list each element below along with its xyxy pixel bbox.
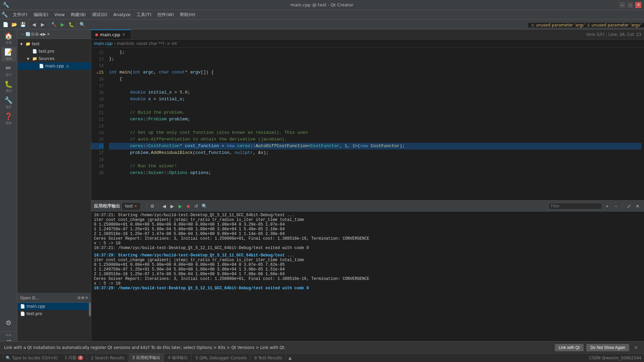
menu-controls[interactable]: 控件(W) [155,11,176,19]
breadcrumb: main.cpp › main(int, const char **) -> i… [91,40,644,48]
menu-file[interactable]: 文件(F) [10,11,30,19]
tab-close-button[interactable]: ✕ [122,33,125,37]
ln-14: 14 [91,62,104,69]
open-button[interactable]: 📂 [10,20,18,28]
output-remove-button[interactable]: − [612,202,620,210]
split-icon[interactable]: ⊟ [77,296,80,300]
notification-bar: Link with a Qt installation to automatic… [0,341,644,353]
root-label: test [32,42,40,46]
tab-compile[interactable]: 4 编译输出 [165,354,192,362]
tab-search-results[interactable]: 2 Search Results [88,354,128,362]
output-run-button[interactable]: ▶ [176,202,184,210]
back-button[interactable]: ◀ [30,20,38,28]
output-stop-button[interactable]: ■ [184,202,192,210]
code-line-20 [109,103,641,109]
menu-debug[interactable]: 调试(D) [89,11,110,19]
notification-text: Link with a Qt installation to automatic… [4,345,552,350]
tab-issues[interactable]: 1 问题 3 [61,354,87,362]
tab-app-output[interactable]: 3 应用程序输出 [129,354,164,362]
notification-close-button[interactable]: ✕ [632,344,640,351]
output-restart-button[interactable]: ↺ [193,202,200,210]
ln-12: 12 [91,49,104,56]
tree-item-test-pro[interactable]: 📄 test.pro [17,48,91,55]
open-docs-scrollbar[interactable] [89,303,91,317]
nav-back-icon[interactable]: ◀ [39,32,42,37]
output-close-output[interactable]: ✕ [634,202,641,210]
activity-project[interactable]: 🔧 项目 [1,95,16,110]
open-doc-main-cpp[interactable]: 📄 main.cpp [17,303,89,310]
output-prev-button[interactable]: ◀ [160,202,168,210]
editor-label: 编辑 [6,57,12,61]
menubar: 🔧 文件(F) 编辑(E) View 构建(B) 调试(D) Analyze 工… [0,10,644,19]
output-next-button[interactable]: ▶ [168,202,176,210]
output-line-11: 0 1.250000e+01 0.00e+00 5.00e+00 0.00e+0… [94,262,641,267]
output-filter-input[interactable] [548,203,602,209]
close-button[interactable]: ✕ [635,2,641,8]
menu-analyze[interactable]: Analyze [111,11,133,18]
output-add-button[interactable]: + [603,202,611,210]
locator-button[interactable]: 🔍 [78,20,86,28]
type-to-locate-input[interactable]: Type to locate (Ctrl+K) [12,356,58,360]
editor-area: main.cpp ✕ Unix (LF) | Line: 26, Col: 23… [91,29,644,353]
output-filter-button[interactable]: 🔍 [201,202,208,210]
tab-main-cpp[interactable]: main.cpp ✕ [91,29,131,39]
expand-icon[interactable]: ⊞ [35,32,39,37]
test-pro-label: test.pro [39,49,54,54]
toolbar-separator-1 [28,21,29,27]
code-content[interactable]: }; }; int main(int argc, char const* arg… [106,48,644,200]
activity-help[interactable]: ❓ 帮助 [1,111,16,126]
menu-edit[interactable]: 编辑(E) [31,11,51,19]
activity-debug[interactable]: 🐛 调试 [1,79,16,94]
file-explorer-header: ⋯ 🔄 ⊟ ⊞ ◀ ▶ ✕ [17,29,91,39]
tree-item-sources[interactable]: ▼ 📁 Sources [17,55,91,62]
menu-build[interactable]: 构建(B) [68,11,89,19]
settings-icon: ⚙️ [6,319,12,327]
menu-help[interactable]: 帮助(H) [177,11,198,19]
output-settings-button[interactable]: ⚙ [149,202,156,210]
save-button[interactable]: 💾 [19,20,27,28]
menu-view[interactable]: View [52,11,67,18]
activity-design[interactable]: ✏️ 设计 [1,63,16,78]
close-docs-icon[interactable]: ✕ [85,296,88,300]
minimize-button[interactable]: ─ [619,2,625,8]
sources-folder-icon: 📁 [32,56,37,61]
function-breadcrumb: main(int, const char **) -> int [117,41,177,46]
link-with-qt-button[interactable]: Link with Qt [555,344,584,351]
test-results-label: 8 Test Results [255,356,282,360]
activity-settings[interactable]: ⚙️ [1,315,16,330]
header-controls: ⊟ ⊞ ✕ [77,296,88,300]
ln-21: 21 [91,109,104,116]
new-file-button[interactable]: 📄 [1,20,9,28]
tree-root[interactable]: ▼ 📁 test [17,40,91,48]
tab-test-close[interactable]: ✕ [134,204,137,208]
menu-tools[interactable]: 工具(T) [134,11,154,19]
build-button[interactable]: 🔨 [50,20,58,28]
tab-qml-debug[interactable]: 5 QML Debugger Console [192,354,251,362]
open-doc-test-pro[interactable]: 📄 test.pro [17,310,89,317]
close-panel-icon[interactable]: ✕ [47,32,50,37]
activity-editor[interactable]: 📝 编辑 [1,47,16,62]
ln-13: 13 [91,56,104,62]
tab-test-results[interactable]: 8 Test Results [251,354,286,362]
more-tabs-icon[interactable]: ▲ [286,355,294,360]
app-output-label: 3 应用程序输出 [132,355,160,361]
forward-button[interactable]: ▶ [39,20,47,28]
output-expand-button[interactable]: ⤢ [625,202,633,210]
debug-run-button[interactable]: 🐛 [67,20,75,28]
output-tab-test[interactable]: test ✕ [121,202,141,210]
do-not-show-again-button[interactable]: Do Not Show Again [586,344,629,351]
output-line-1: 16:37:21: Starting /home/zyc/build-test-… [94,213,641,218]
sync-icon[interactable]: 🔄 [25,32,31,37]
nav-forward-icon[interactable]: ▶ [43,32,46,37]
maximize-button[interactable]: □ [627,2,633,8]
collapse-icon[interactable]: ⊟ [31,32,35,37]
debug-section-label: test [6,333,11,337]
code-line-28 [109,156,641,163]
output-content[interactable]: 16:37:21: Starting /home/zyc/build-test-… [91,212,644,353]
output-controls: ⚙ ◀ ▶ ▶ ■ ↺ 🔍 [145,202,208,210]
code-editor[interactable]: 12 13 14 ⚠15 16 17 18 19 20 21 22 23 24 … [91,48,644,200]
activity-welcome[interactable]: 🏠 欢迎 [1,31,16,46]
run-button[interactable]: ▶ [58,20,66,28]
grid-icon[interactable]: ⊞ [82,296,85,300]
tree-item-main-cpp[interactable]: 📄 main.cpp ⚠ [17,62,91,70]
